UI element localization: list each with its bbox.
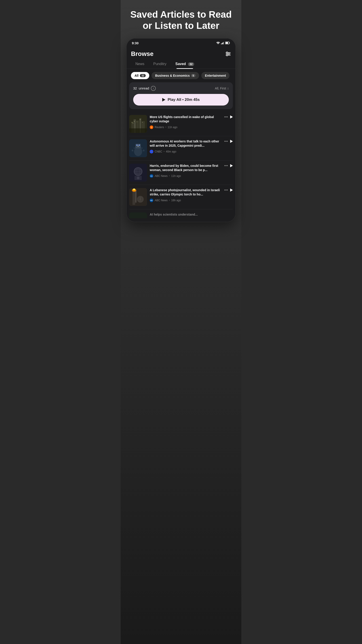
article-info-2: Autonomous AI workers that talk to each … <box>150 139 221 154</box>
article-info-1: More US flights cancelled in wake of glo… <box>150 115 221 129</box>
browse-title: Browse <box>131 50 153 58</box>
time-ago-4: 16h ago <box>171 199 181 202</box>
article-actions-3: ••• <box>224 164 233 168</box>
play-all-label: Play All • 20m 45s <box>168 98 200 102</box>
svg-point-13 <box>226 54 228 56</box>
svg-point-34 <box>143 150 145 152</box>
signal-icon <box>221 42 224 44</box>
chip-all-badge: 32 <box>140 74 146 77</box>
sort-label: All, First <box>215 86 226 90</box>
chip-all[interactable]: All 32 <box>131 72 149 79</box>
chip-business-label: Business & Economics <box>155 74 190 77</box>
svg-point-28 <box>134 147 142 156</box>
more-button-4[interactable]: ••• <box>224 188 228 192</box>
article-actions-1: ••• <box>224 115 233 119</box>
chip-business[interactable]: Business & Economics 5 <box>151 72 199 79</box>
article-title-1: More US flights cancelled in wake of glo… <box>150 115 221 124</box>
article-actions-2: ••• <box>224 139 233 143</box>
article-thumbnail-2 <box>129 139 147 157</box>
source-name-4: ABC News <box>155 199 168 202</box>
source-name-3: ABC News <box>155 174 168 178</box>
more-button-1[interactable]: ••• <box>224 115 228 119</box>
sort-button[interactable]: All, First ↕ <box>215 86 229 90</box>
tab-news[interactable]: News <box>131 59 149 69</box>
article-title-4: A Lebanese photojournalist, wounded in I… <box>150 188 221 197</box>
tab-punditry[interactable]: Punditry <box>149 59 171 69</box>
filter-icon[interactable] <box>225 52 231 56</box>
unread-bar: 32 unread i All, First ↕ Play All • 20m … <box>129 82 233 109</box>
play-button-3[interactable] <box>230 164 233 167</box>
source-name-1: Reuters <box>155 126 164 129</box>
article-title-2: Autonomous AI workers that talk to each … <box>150 139 221 148</box>
status-icons <box>216 42 230 44</box>
article-thumbnail-1 <box>129 115 147 133</box>
svg-rect-21 <box>132 122 132 123</box>
outer-container: Saved Articles to Read or Listen to Late… <box>121 0 241 644</box>
time-ago-2: 40m ago <box>166 150 176 153</box>
svg-rect-35 <box>134 148 135 148</box>
svg-point-46 <box>137 177 139 179</box>
app-content: Browse News Punditry <box>126 47 236 222</box>
status-time: 9:30 <box>132 41 139 45</box>
article-thumbnail-3 <box>129 164 147 182</box>
time-ago-1: 11h ago <box>168 126 177 129</box>
article-meta-2: CNBC • 40m ago <box>150 150 221 154</box>
svg-rect-48 <box>132 190 135 205</box>
svg-rect-30 <box>136 145 138 146</box>
svg-rect-22 <box>133 123 133 124</box>
play-button-4[interactable] <box>230 188 233 192</box>
svg-point-11 <box>226 52 228 53</box>
tab-saved[interactable]: Saved 32 <box>171 59 199 69</box>
svg-point-52 <box>133 188 135 190</box>
info-icon[interactable]: i <box>151 86 156 91</box>
status-bar: 9:30 <box>126 38 236 47</box>
svg-rect-32 <box>137 146 139 146</box>
play-icon <box>162 98 165 102</box>
play-button-2[interactable] <box>230 140 233 143</box>
svg-rect-31 <box>139 145 140 146</box>
reuters-icon-1: R <box>150 126 153 129</box>
article-meta-3: abc ABC News • 11h ago <box>150 174 221 178</box>
more-button-3[interactable]: ••• <box>224 164 228 168</box>
abc-icon-3: abc <box>150 174 153 178</box>
svg-rect-25 <box>140 120 140 120</box>
chip-entertainment[interactable]: Entertainment <box>201 72 230 79</box>
article-item-2[interactable]: Autonomous AI workers that talk to each … <box>129 136 233 160</box>
article-title-3: Harris, endorsed by Biden, could become … <box>150 164 221 172</box>
svg-rect-7 <box>230 42 230 44</box>
svg-rect-4 <box>224 42 224 44</box>
chip-business-badge: 5 <box>191 74 196 77</box>
tabs-row: News Punditry Saved 32 <box>126 59 236 69</box>
article-thumbnail-4 <box>129 188 147 206</box>
unread-count: 32 <box>133 86 137 90</box>
svg-rect-36 <box>141 148 143 148</box>
abc-icon-4: abc <box>150 198 153 202</box>
svg-rect-6 <box>226 42 228 44</box>
more-button-2[interactable]: ••• <box>224 139 228 143</box>
article-item[interactable]: More US flights cancelled in wake of glo… <box>129 112 233 136</box>
article-actions-4: ••• <box>224 188 233 192</box>
article-item-5-partial: AI helps scientists understand... <box>129 209 233 218</box>
play-all-button[interactable]: Play All • 20m 45s <box>133 94 229 106</box>
svg-point-12 <box>228 53 230 54</box>
filter-chips: All 32 Business & Economics 5 Entertainm… <box>126 69 236 82</box>
play-button-1[interactable] <box>230 116 233 118</box>
chip-entertainment-label: Entertainment <box>205 74 226 77</box>
source-name-2: CNBC <box>155 150 162 153</box>
article-item-3[interactable]: Harris, endorsed by Biden, could become … <box>129 160 233 185</box>
wifi-icon <box>216 42 220 44</box>
svg-point-33 <box>132 150 133 152</box>
svg-rect-2 <box>222 43 223 44</box>
svg-point-0 <box>218 44 218 44</box>
unread-label: unread <box>139 86 149 90</box>
time-ago-3: 11h ago <box>171 174 181 178</box>
article-info-3: Harris, endorsed by Biden, could become … <box>150 164 221 178</box>
svg-rect-49 <box>135 190 137 202</box>
article-item-4[interactable]: A Lebanese photojournalist, wounded in I… <box>129 185 233 209</box>
phone-frame: 9:30 <box>126 38 236 222</box>
svg-rect-1 <box>221 44 222 44</box>
content-area: 32 unread i All, First ↕ Play All • 20m … <box>126 82 236 222</box>
svg-rect-24 <box>137 122 137 122</box>
battery-icon <box>225 42 230 44</box>
cnbc-icon-2 <box>150 150 153 154</box>
